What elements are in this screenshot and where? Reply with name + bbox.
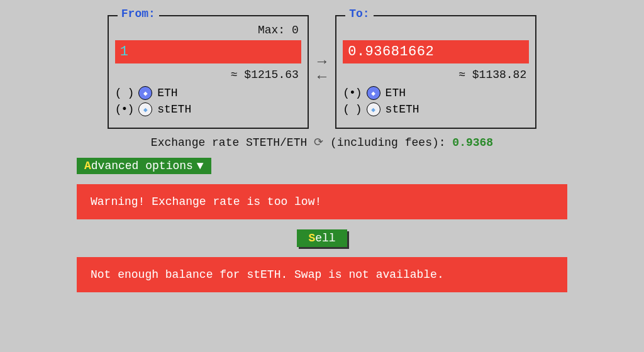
to-spacer bbox=[343, 24, 526, 36]
warning-insufficient-balance: Not enough balance for stETH. Swap is no… bbox=[77, 257, 567, 292]
advanced-options-toggle[interactable]: Advanced options ▼ bbox=[77, 158, 211, 174]
rate-prefix: Exchange rate STETH/ETH bbox=[151, 136, 307, 149]
rate-value: 0.9368 bbox=[452, 136, 493, 149]
arrow-right-icon: → bbox=[318, 55, 326, 70]
radio-unselected: ( ) bbox=[115, 87, 133, 99]
advanced-hotkey: A bbox=[84, 160, 91, 172]
radio-selected: (•) bbox=[343, 87, 361, 99]
chevron-down-icon: ▼ bbox=[197, 160, 204, 172]
radio-unselected: ( ) bbox=[343, 103, 361, 116]
to-panel: To: ≈ $1138.82 (•) ◆ ETH ( ) ◆ stETH bbox=[335, 15, 536, 129]
arrow-left-icon: ← bbox=[318, 70, 326, 85]
sell-hotkey: S bbox=[308, 232, 315, 245]
asset-label: ETH bbox=[157, 87, 177, 99]
steth-icon: ◆ bbox=[138, 102, 152, 116]
to-asset-steth[interactable]: ( ) ◆ stETH bbox=[343, 102, 529, 116]
asset-label: stETH bbox=[157, 103, 191, 116]
asset-label: ETH bbox=[386, 87, 406, 99]
to-amount-output[interactable] bbox=[343, 40, 529, 63]
refresh-icon[interactable]: ⟳ bbox=[314, 136, 323, 149]
radio-selected: (•) bbox=[115, 103, 133, 116]
from-legend: From: bbox=[118, 8, 159, 20]
max-label: Max: bbox=[258, 24, 285, 36]
to-asset-eth[interactable]: (•) ◆ ETH bbox=[343, 86, 529, 100]
eth-icon: ◆ bbox=[138, 86, 152, 100]
max-value: 0 bbox=[292, 24, 299, 36]
eth-icon: ◆ bbox=[367, 86, 380, 100]
from-asset-steth[interactable]: (•) ◆ stETH bbox=[115, 102, 301, 116]
from-panel: From: Max: 0 ≈ $1215.63 ( ) ◆ ETH (•) ◆ … bbox=[108, 15, 309, 129]
exchange-rate-line: Exchange rate STETH/ETH ⟳ (including fee… bbox=[151, 135, 493, 149]
to-legend: To: bbox=[345, 8, 373, 20]
steth-icon: ◆ bbox=[367, 102, 380, 116]
sell-label-rest: ell bbox=[315, 232, 335, 245]
from-max[interactable]: Max: 0 bbox=[115, 24, 299, 36]
advanced-label-rest: dvanced options bbox=[91, 160, 193, 172]
asset-label: stETH bbox=[386, 103, 419, 116]
to-usd: ≈ $1138.82 bbox=[343, 69, 526, 81]
swap-direction-button[interactable]: → ← bbox=[318, 55, 326, 85]
from-usd: ≈ $1215.63 bbox=[115, 69, 299, 81]
rate-suffix: (including fees): bbox=[330, 136, 446, 149]
from-asset-eth[interactable]: ( ) ◆ ETH bbox=[115, 86, 301, 100]
from-amount-input[interactable] bbox=[115, 40, 301, 63]
warning-low-rate: Warning! Exchange rate is too low! bbox=[77, 184, 567, 219]
sell-button[interactable]: Sell bbox=[297, 229, 347, 247]
